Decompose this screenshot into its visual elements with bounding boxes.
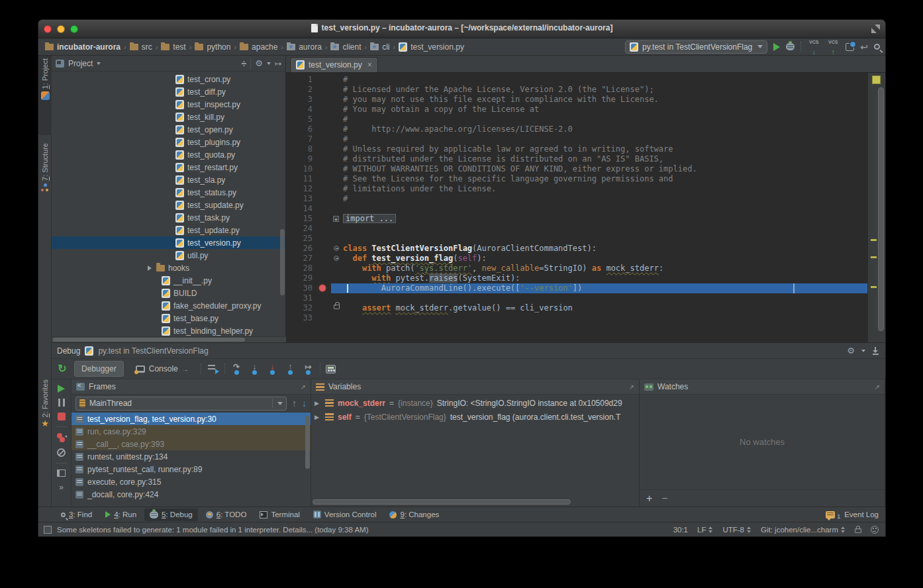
breakpoint-icon[interactable] xyxy=(318,284,326,292)
gutter-mark-area[interactable] xyxy=(316,214,331,224)
background-tasks-icon[interactable] xyxy=(44,526,52,534)
gear-icon[interactable]: ⚙ xyxy=(847,346,855,355)
gutter-mark-area[interactable] xyxy=(316,204,331,214)
code-text[interactable] xyxy=(343,234,867,244)
gutter-mark-area[interactable] xyxy=(316,313,331,323)
tab-debugger[interactable]: Debugger xyxy=(74,361,124,377)
hide-panel-icon[interactable]: ↦ xyxy=(275,60,281,68)
code-text[interactable]: # xyxy=(343,134,867,144)
float-panel-icon[interactable]: ↗ xyxy=(301,383,306,391)
gutter-mark-area[interactable] xyxy=(316,115,331,124)
gutter-mark-area[interactable] xyxy=(316,303,331,313)
fold-column[interactable] xyxy=(331,244,343,254)
editor-tab-test-version[interactable]: test_version.py × xyxy=(290,57,378,72)
gutter-mark-area[interactable] xyxy=(316,144,331,154)
sidebar-item-structure[interactable]: 7: Structure xyxy=(38,140,52,213)
tree-item[interactable]: test_binding_helper.py xyxy=(52,324,285,337)
tree-item[interactable]: test_plugins.py xyxy=(52,136,285,148)
float-panel-icon[interactable]: ↗ xyxy=(875,383,880,391)
code-line[interactable]: 30 AuroraCommandLine().execute(['--versi… xyxy=(286,283,867,293)
fold-column[interactable] xyxy=(331,264,343,273)
code-line[interactable]: 31 xyxy=(286,293,867,303)
gutter-mark-area[interactable] xyxy=(316,273,331,283)
fold-column[interactable] xyxy=(331,254,343,264)
toolwindow-tab-terminal[interactable]: Terminal xyxy=(254,509,305,521)
add-watch-button[interactable]: + xyxy=(646,493,652,505)
fold-column[interactable] xyxy=(331,95,343,105)
gutter-mark-area[interactable] xyxy=(316,264,331,273)
code-line[interactable]: 25 xyxy=(286,234,867,244)
gutter-mark-area[interactable] xyxy=(316,194,331,204)
vcs-update-button[interactable]: ↓ xyxy=(807,41,820,53)
warning-stripe-mark[interactable] xyxy=(871,239,877,241)
expand-fold-icon[interactable]: + xyxy=(333,216,339,222)
code-text[interactable]: import ... xyxy=(343,214,867,224)
breadcrumb-item[interactable]: client xyxy=(330,42,361,52)
evaluate-expression-icon[interactable] xyxy=(326,365,336,373)
previous-frame-icon[interactable]: ↑ xyxy=(292,398,297,409)
code-line[interactable]: 12# limitations under the License. xyxy=(286,184,867,194)
tree-vertical-scrollbar[interactable] xyxy=(280,229,285,295)
fold-column[interactable] xyxy=(331,204,343,214)
code-line[interactable]: 1# xyxy=(286,75,867,85)
tree-item[interactable]: fake_scheduler_proxy.py xyxy=(52,299,285,312)
code-text[interactable]: class TestClientVersionFlag(AuroraClient… xyxy=(343,244,867,254)
tree-item[interactable]: test_inspect.py xyxy=(52,98,285,111)
gutter-mark-area[interactable] xyxy=(316,95,331,105)
fold-column[interactable]: + xyxy=(331,214,343,224)
sidebar-item-project[interactable]: 1: Project xyxy=(38,56,52,135)
gutter-mark-area[interactable] xyxy=(316,124,331,134)
code-text[interactable]: # WITHOUT WARRANTIES OR CONDITIONS OF AN… xyxy=(343,164,867,174)
code-text[interactable] xyxy=(343,313,867,323)
undo-button[interactable]: ↩ xyxy=(860,42,868,52)
tree-item[interactable]: test_quota.py xyxy=(52,148,285,161)
fold-column[interactable] xyxy=(331,184,343,194)
fold-column[interactable] xyxy=(331,313,343,323)
variables-horizontal-scrollbar[interactable] xyxy=(313,499,571,505)
float-panel-icon[interactable]: ↗ xyxy=(629,383,634,391)
code-line[interactable]: 28 with patch('sys.stderr', new_callable… xyxy=(286,264,867,273)
frame-row[interactable]: runtest, unittest.py:134 xyxy=(72,450,311,463)
code-text[interactable]: # xyxy=(343,75,867,85)
warning-stripe-mark[interactable] xyxy=(871,256,877,258)
code-area[interactable]: 1#2# Licensed under the Apache License, … xyxy=(286,73,867,342)
toolwindow-tab-run[interactable]: 4: Run xyxy=(100,509,142,521)
code-text[interactable]: # http://www.apache.org/licenses/LICENSE… xyxy=(343,124,867,134)
tree-item[interactable]: test_version.py xyxy=(52,236,285,249)
breadcrumb-item[interactable]: python xyxy=(195,42,230,52)
code-line[interactable]: 13# xyxy=(286,194,867,204)
gutter-mark-area[interactable] xyxy=(316,164,331,174)
toolwindow-tab-debug[interactable]: 5: Debug xyxy=(144,509,198,521)
fold-column[interactable] xyxy=(331,194,343,204)
code-text[interactable]: # You may obtain a copy of the License a… xyxy=(343,105,867,115)
tree-item[interactable]: test_kill.py xyxy=(52,111,285,123)
line-ending-select[interactable]: LF xyxy=(697,526,713,534)
fold-column[interactable] xyxy=(331,224,343,234)
code-text[interactable]: with patch('sys.stderr', new_callable=St… xyxy=(343,264,867,273)
code-line[interactable]: 3# you may not use this file except in c… xyxy=(286,95,867,105)
tree-item[interactable]: test_task.py xyxy=(52,211,285,224)
fold-column[interactable] xyxy=(331,154,343,164)
tree-item[interactable]: test_sla.py xyxy=(52,173,285,186)
gutter-mark-area[interactable] xyxy=(316,75,331,85)
toolwindow-tab-versioncontrol[interactable]: Version Control xyxy=(308,509,382,521)
toolwindow-tab-find[interactable]: 3: Find xyxy=(56,509,97,521)
status-message[interactable]: Some skeletons failed to generate: 1 mod… xyxy=(57,526,368,534)
fold-column[interactable] xyxy=(331,174,343,184)
collapse-all-icon[interactable]: ÷ xyxy=(242,60,247,68)
gutter-mark-area[interactable] xyxy=(316,283,331,293)
fold-column[interactable] xyxy=(331,134,343,144)
gutter-mark-area[interactable] xyxy=(316,234,331,244)
code-line[interactable]: 27 def test_version_flag(self): xyxy=(286,254,867,264)
event-log-button[interactable]: Event Log xyxy=(844,511,879,518)
show-execution-point-icon[interactable] xyxy=(207,364,219,375)
code-line[interactable]: 2# Licensed under the Apache License, Ve… xyxy=(286,85,867,95)
fold-column[interactable] xyxy=(331,105,343,115)
sidebar-item-favorites[interactable]: 2: Favorites ★ xyxy=(38,377,52,450)
tree-item[interactable]: __init__.py xyxy=(52,274,285,287)
breadcrumb-item[interactable]: aurora xyxy=(287,42,322,52)
fold-column[interactable] xyxy=(331,283,343,293)
code-line[interactable]: 10# WITHOUT WARRANTIES OR CONDITIONS OF … xyxy=(286,164,867,174)
code-text[interactable]: # you may not use this file except in co… xyxy=(343,95,867,105)
code-text[interactable]: # xyxy=(343,115,867,124)
